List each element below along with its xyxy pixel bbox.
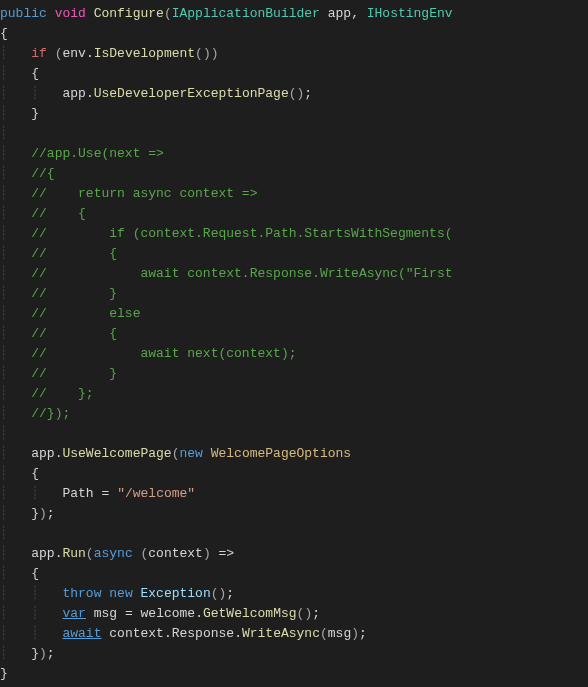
code-editor[interactable]: public void Configure(IApplicationBuilde… bbox=[0, 0, 588, 687]
ident: env bbox=[62, 46, 85, 61]
keyword-await: await bbox=[62, 626, 101, 641]
keyword-var: var bbox=[62, 606, 85, 621]
comment: // { bbox=[31, 326, 117, 341]
comment: //{ bbox=[31, 166, 54, 181]
string-literal: "/welcome" bbox=[117, 486, 195, 501]
comment: // } bbox=[31, 286, 117, 301]
ident: msg bbox=[94, 606, 117, 621]
comment: // return async context => bbox=[31, 186, 257, 201]
ident: app bbox=[31, 446, 54, 461]
comment: // if (context.Request.Path.StartsWithSe… bbox=[31, 226, 452, 241]
keyword-new: new bbox=[109, 586, 132, 601]
ident: msg bbox=[328, 626, 351, 641]
ident: Response bbox=[172, 626, 234, 641]
method-name: Configure bbox=[94, 6, 164, 21]
ident: welcome bbox=[141, 606, 196, 621]
type: Exception bbox=[141, 586, 211, 601]
param: app bbox=[328, 6, 351, 21]
comment: // { bbox=[31, 246, 117, 261]
comment: // } bbox=[31, 366, 117, 381]
method-call: UseDeveloperExceptionPage bbox=[94, 86, 289, 101]
comment: // { bbox=[31, 206, 86, 221]
method-call: GetWelcomMsg bbox=[203, 606, 297, 621]
keyword-if: if bbox=[31, 46, 47, 61]
comment: // }; bbox=[31, 386, 93, 401]
type: WelcomePageOptions bbox=[211, 446, 351, 461]
keyword-async: async bbox=[94, 546, 133, 561]
method-call: IsDevelopment bbox=[94, 46, 195, 61]
method-call: UseWelcomePage bbox=[62, 446, 171, 461]
ident: app bbox=[31, 546, 54, 561]
comment: // await next(context); bbox=[31, 346, 296, 361]
method-call: WriteAsync bbox=[242, 626, 320, 641]
keyword-new: new bbox=[179, 446, 202, 461]
comment: // else bbox=[31, 306, 140, 321]
keyword-throw: throw bbox=[62, 586, 101, 601]
type: IApplicationBuilder bbox=[172, 6, 320, 21]
comment: // await context.Response.WriteAsync("Fi… bbox=[31, 266, 452, 281]
keyword-void: void bbox=[55, 6, 86, 21]
param: context bbox=[148, 546, 203, 561]
property: Path bbox=[62, 486, 93, 501]
type: IHostingEnv bbox=[367, 6, 453, 21]
keyword-public: public bbox=[0, 6, 47, 21]
ident: app bbox=[62, 86, 85, 101]
ident: context bbox=[109, 626, 164, 641]
comment: //}); bbox=[31, 406, 70, 421]
method-call: Run bbox=[62, 546, 85, 561]
comment: //app.Use(next => bbox=[31, 146, 164, 161]
